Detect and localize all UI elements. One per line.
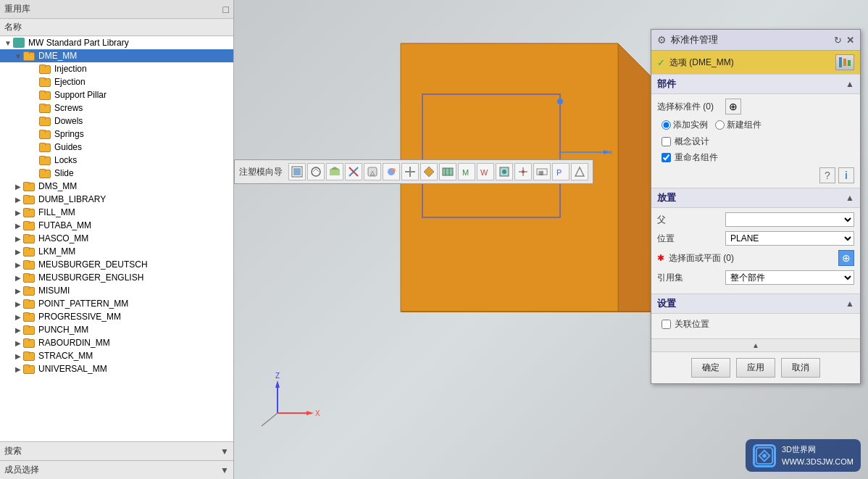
radio-new-component-input[interactable] [715,120,725,130]
toolbar-btn-16[interactable] [571,163,588,180]
info-button[interactable]: i [838,167,854,183]
tree-item-Injection[interactable]: Injection [0,62,233,75]
univ-folder-icon [23,364,35,374]
tree-item-Guides[interactable]: Guides [0,141,233,154]
toolbar-btn-2[interactable] [307,163,325,180]
support-expand-icon [29,90,39,100]
dumb-expand-icon: ▶ [13,194,23,204]
tree-root[interactable]: ▼ MW Standard Part Library [0,36,233,49]
tree-item-UNIVERSAL_MM[interactable]: ▶ UNIVERSAL_MM [0,362,233,375]
tree-item-Springs[interactable]: Springs [0,128,233,141]
toolbar-btn-5[interactable]: △ [364,163,381,180]
prog-expand-icon: ▶ [13,312,23,322]
tree-item-Ejection[interactable]: Ejection [0,75,233,88]
tree-item-Locks[interactable]: Locks [0,154,233,167]
position-select[interactable]: PLANE [725,231,854,246]
svg-rect-17 [293,168,301,175]
tree-item-DUMB_LIBRARY[interactable]: ▶ DUMB_LIBRARY [0,193,233,206]
panel-header: 重用库 □ [0,0,233,19]
tree-item-DME_MM[interactable]: ▼ DME_MM [0,49,233,62]
refresh-icon[interactable]: ↻ [834,35,842,46]
cancel-button[interactable]: 取消 [781,358,820,378]
tree-item-RABOURDIN_MM[interactable]: ▶ RABOURDIN_MM [0,336,233,349]
tree-item-STRACK_MM[interactable]: ▶ STRACK_MM [0,349,233,362]
selected-option-row[interactable]: ✓ 选项 (DME_MM) [651,51,860,74]
tree-item-FUTABA_MM[interactable]: ▶ FUTABA_MM [0,219,233,232]
placement-section-title: 放置 [657,191,676,204]
assoc-pos-checkbox[interactable] [662,320,671,329]
dms-label: DMS_MM [38,181,77,191]
tree-item-FILL_MM[interactable]: ▶ FILL_MM [0,206,233,219]
tree-item-POINT_PATTERN_MM[interactable]: ▶ POINT_PATTERN_MM [0,297,233,310]
toolbar-btn-14[interactable]: ▦ [533,163,551,180]
parts-collapse-icon[interactable]: ▲ [846,79,854,89]
locks-folder-icon [39,155,51,165]
help-button[interactable]: ? [819,167,835,183]
select-standard-btn[interactable]: ⊕ [725,99,741,114]
toolbar-btn-15[interactable]: P [552,163,569,180]
tree-item-MEUSBURGER_DEUTSCH[interactable]: ▶ MEUSBURGER_DEUTSCH [0,258,233,271]
assoc-pos-row: 关联位置 [657,318,854,330]
toolbar-btn-4[interactable] [345,163,362,180]
point-folder-icon [23,299,35,309]
univ-label: UNIVERSAL_MM [38,364,107,374]
dms-expand-icon: ▶ [13,181,23,191]
settings-body: 关联位置 [651,314,860,338]
ejection-expand-icon [29,77,39,87]
option-icon-button[interactable] [835,54,854,70]
search-expand-icon[interactable]: ▼ [220,446,229,457]
tree-item-Dowels[interactable]: Dowels [0,114,233,128]
tree-item-MISUMI[interactable]: ▶ MISUMI [0,284,233,297]
refset-select[interactable]: 整个部件 [725,270,854,285]
tree-item-LKM_MM[interactable]: ▶ LKM_MM [0,245,233,258]
rabou-folder-icon [23,338,35,348]
confirm-button[interactable]: 确定 [691,358,730,378]
svg-text:▦: ▦ [538,170,544,176]
tree-item-SupportPillar[interactable]: Support Pillar [0,88,233,101]
radio-add-instance-input[interactable] [662,120,671,130]
tree-item-PROGRESSIVE_MM[interactable]: ▶ PROGRESSIVE_MM [0,310,233,323]
misumi-folder-icon [23,286,35,296]
dumb-label: DUMB_LIBRARY [38,194,106,204]
placement-collapse-icon[interactable]: ▲ [846,193,854,203]
screws-label: Screws [54,103,83,113]
tree-item-Screws[interactable]: Screws [0,101,233,114]
tree-container[interactable]: ▼ MW Standard Part Library ▼ DME_MM Inje… [0,36,233,441]
rename-component-checkbox[interactable] [662,153,671,162]
panel-name-row: 名称 [0,19,233,36]
apply-button[interactable]: 应用 [736,358,775,378]
futaba-label: FUTABA_MM [38,220,91,230]
rename-component-row: 重命名组件 [657,151,854,164]
toolbar-btn-11[interactable]: W [477,163,494,180]
tree-item-PUNCH_MM[interactable]: ▶ PUNCH_MM [0,323,233,336]
svg-text:W: W [480,168,488,177]
select-face-btn[interactable]: ⊕ [838,250,854,266]
close-icon[interactable]: ✕ [846,35,854,46]
parent-select[interactable] [725,212,854,227]
search-bar[interactable]: 搜索 ▼ [0,441,233,460]
toolbar-btn-8[interactable] [420,163,438,180]
tree-item-Slide[interactable]: Slide [0,167,233,180]
filter-expand-icon[interactable]: ▼ [220,465,229,475]
toolbar-btn-9[interactable] [439,163,456,180]
meus-de-folder-icon [23,259,35,270]
tree-item-MEUSBURGER_ENGLISH[interactable]: ▶ MEUSBURGER_ENGLISH [0,271,233,284]
radio-add-instance[interactable]: 添加实例 [662,119,708,131]
concept-design-checkbox[interactable] [662,137,671,146]
filter-bar[interactable]: 成员选择 ▼ [0,460,233,479]
toolbar-btn-6[interactable] [383,163,400,180]
tree-item-DMS_MM[interactable]: ▶ DMS_MM [0,180,233,193]
toolbar-btn-10[interactable]: M [458,163,475,180]
toolbar-btn-7[interactable] [401,163,419,180]
settings-collapse-icon[interactable]: ▲ [846,299,854,309]
svg-rect-43 [839,57,842,67]
radio-new-component[interactable]: 新建组件 [715,119,761,131]
toolbar-btn-12[interactable] [496,163,513,180]
maximize-icon[interactable]: □ [223,4,229,15]
scroll-up-button[interactable]: ▲ [651,338,860,351]
toolbar-btn-1[interactable] [288,163,306,180]
toolbar-btn-13[interactable] [514,163,532,180]
toolbar-btn-3[interactable] [326,163,343,180]
tree-item-HASCO_MM[interactable]: ▶ HASCO_MM [0,232,233,245]
slide-folder-icon [39,168,51,178]
